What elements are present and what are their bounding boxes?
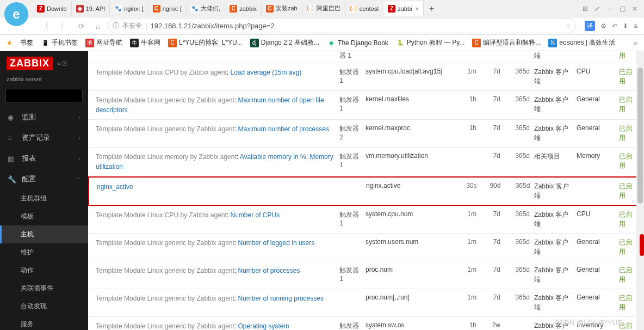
download-icon[interactable]: ⬇	[623, 22, 628, 30]
bookmark-item[interactable]: 牛牛客网	[130, 38, 160, 47]
menu-icon[interactable]: ≡	[634, 22, 637, 30]
sub-nav-item[interactable]: 服务	[0, 315, 88, 330]
collapse-icon[interactable]: « ⊡	[57, 60, 67, 67]
bookmark-label: 牛客网	[141, 38, 160, 47]
browser-tab[interactable]: ZDownlo	[33, 2, 72, 16]
bookmark-label: 编译型语言和解释...	[483, 38, 541, 47]
status-cell[interactable]: 已启用	[619, 321, 635, 330]
type-cell: Zabbix 客户端	[534, 68, 572, 86]
tab-favicon: C	[266, 5, 274, 13]
status-cell[interactable]: 已启用	[619, 294, 635, 312]
browser-tab[interactable]: 🐾大佬们,	[187, 1, 225, 16]
status-cell[interactable]: 已启用	[619, 124, 635, 143]
sidebar-search[interactable]: 🔍	[5, 89, 83, 102]
close-icon[interactable]: ×	[415, 5, 418, 12]
bookmark-item[interactable]: 浪网址导航	[85, 38, 122, 47]
extension-icon[interactable]: ⚙	[600, 22, 606, 30]
name-cell: Template Module Linux memory by Zabbix a…	[96, 152, 335, 172]
browser-tab[interactable]: C安装zab	[262, 1, 302, 16]
qr-icon[interactable]: ⊞	[583, 5, 588, 13]
new-tab-button[interactable]: +	[424, 2, 439, 16]
nav-item[interactable]: 🔧配置⌃	[0, 169, 88, 190]
bookmark-label: Django 2.2 基础教...	[261, 38, 319, 47]
status-cell[interactable]: 已启用	[619, 152, 635, 170]
bookmarks-bar: ★ 书签 📱手机书签浪网址导航牛牛客网CL*YUE的博客_L*YU...djDj…	[0, 35, 644, 51]
back-button[interactable]: 〈	[38, 20, 52, 32]
template-name: Template Module Linux generic by Zabbix …	[96, 125, 234, 133]
name-cell: Template Module Linux generic by Zabbix …	[96, 124, 335, 134]
bookmark-item[interactable]: C编译型语言和解释...	[472, 38, 541, 47]
item-link[interactable]: Number of processes	[238, 267, 300, 274]
browser-tab[interactable]: 〔-〕阿里巴巴	[302, 1, 345, 16]
bookmark-label: L*YUE的博客_L*YU...	[179, 38, 243, 47]
star-icon[interactable]: ☆	[565, 22, 571, 30]
sub-nav-item[interactable]: 关联项事件	[0, 279, 88, 297]
zabbix-logo[interactable]: ZABBIX	[7, 57, 53, 70]
bookmark-item[interactable]: CL*YUE的博客_L*YU...	[168, 38, 243, 47]
url-box[interactable]: ⓘ 不安全 | 192.168.1.21/zabbix/items.php?pa…	[108, 19, 576, 33]
sub-nav-item[interactable]: 动作	[0, 261, 88, 279]
item-link[interactable]: Maximum number of processes	[238, 125, 329, 133]
partial-row: 器 1 端 用	[88, 51, 644, 63]
item-link[interactable]: Number of CPUs	[230, 211, 280, 219]
browser-tab[interactable]: 〔-〕centost	[345, 2, 383, 16]
item-link[interactable]: Number of logged in users	[238, 239, 315, 247]
name-cell: nginx_active	[97, 182, 336, 192]
maximize-icon[interactable]: ▢	[620, 5, 626, 13]
table-row: Template Module Linux generic by Zabbix …	[88, 289, 644, 317]
nav-item[interactable]: ≡资产记录‹	[0, 127, 88, 148]
undo-icon[interactable]: ↶	[612, 22, 617, 30]
reload-button[interactable]: ⟳	[75, 21, 88, 32]
status-cell[interactable]: 已启用	[619, 95, 635, 114]
bookmark-item[interactable]: djDjango 2.2 基础教...	[250, 38, 319, 47]
sidebar: ZABBIX « ⊡ zabbix server 🔍 ◉监测‹≡资产记录‹▥报表…	[0, 51, 88, 330]
nav-item[interactable]: ▥报表‹	[0, 148, 88, 169]
history-cell: 7d	[481, 95, 500, 103]
sub-nav-item[interactable]: 自动发现	[0, 297, 88, 315]
forward-button[interactable]: 〉	[57, 20, 71, 32]
browser-tab[interactable]: 🐾nginx: [	[110, 2, 148, 16]
sub-nav-item[interactable]: 主机	[0, 225, 88, 243]
item-link[interactable]: Operating system	[238, 322, 289, 330]
bookmark-item[interactable]: Neosones | 高效生活	[548, 38, 615, 47]
sub-nav-item[interactable]: 主机群组	[0, 190, 88, 207]
status-cell[interactable]: 已启用	[619, 266, 635, 284]
status-cell[interactable]: 已启用	[619, 68, 635, 86]
home-button[interactable]: ⌂	[92, 21, 103, 32]
minimize-icon[interactable]: —	[606, 5, 613, 13]
bookmark-item[interactable]: 🐍Python 教程 — Py...	[396, 38, 465, 47]
scrollbar[interactable]	[636, 51, 644, 330]
more-bookmarks-icon[interactable]: »	[634, 39, 637, 47]
bookmark-item[interactable]: ◉The Django Book	[327, 39, 388, 47]
status-cell[interactable]: 已启用	[619, 182, 635, 200]
interval-cell: 1h	[457, 95, 476, 103]
item-link[interactable]: nginx_active	[97, 183, 133, 191]
item-link[interactable]: Available memory in %	[240, 153, 306, 161]
nav-item[interactable]: ◉监测‹	[0, 107, 88, 127]
sub-nav-item[interactable]: 维护	[0, 243, 88, 261]
browser-tabs: ZDownlo◆19. API🐾nginx: [Cnginx: [🐾大佬们,Cz…	[0, 0, 644, 17]
status-cell[interactable]: 已启用	[619, 210, 635, 229]
key-cell: kernel.maxfiles	[366, 95, 453, 103]
history-cell: 90d	[481, 182, 501, 190]
scroll-thumb[interactable]	[637, 68, 643, 204]
sub-nav-item[interactable]: 模板	[0, 207, 88, 225]
trigger-cell: 触发器 1	[339, 266, 361, 283]
browser-tab[interactable]: Cnginx: [	[148, 2, 187, 16]
browser-tab[interactable]: Czabbix	[225, 2, 262, 16]
status-cell[interactable]: 已启用	[619, 238, 635, 256]
security-icon: ⓘ	[113, 21, 119, 30]
item-link[interactable]: Load average (15m avg)	[230, 69, 301, 76]
interval-cell: 1m	[457, 210, 476, 218]
server-name: zabbix server	[0, 76, 88, 87]
search-input[interactable]	[9, 91, 101, 100]
browser-tab[interactable]: Zzabbi×	[383, 2, 424, 16]
browser-tab[interactable]: ◆19. API	[72, 2, 110, 16]
bookmark-item[interactable]: 📱手机书签	[41, 38, 78, 47]
tab-favicon: C	[153, 5, 160, 13]
translate-button[interactable]: 译	[585, 21, 595, 31]
close-window-icon[interactable]: ✕	[632, 5, 637, 13]
chevron-icon: ⌃	[76, 176, 81, 182]
pin-icon[interactable]: ⤢	[595, 5, 600, 13]
item-link[interactable]: Number of running processes	[238, 295, 324, 302]
